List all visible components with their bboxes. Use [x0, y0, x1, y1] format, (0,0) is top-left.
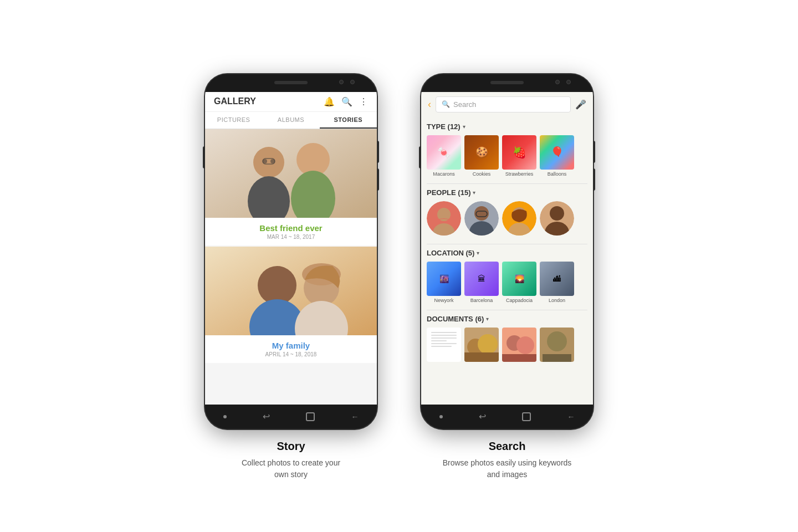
tab-albums[interactable]: ALBUMS: [262, 112, 319, 129]
person-1[interactable]: [427, 201, 461, 237]
person-3[interactable]: [502, 201, 536, 237]
loc-london[interactable]: 🏙 London: [540, 262, 574, 303]
more-icon[interactable]: ⋮: [359, 96, 368, 107]
thumb-strawberries[interactable]: 🍓 Strawberries: [502, 135, 536, 177]
people-section: PEOPLE (15) ▾: [427, 188, 587, 237]
search-glass-icon: 🔍: [442, 100, 450, 108]
svg-point-38: [547, 331, 567, 351]
right-nav-recents[interactable]: ↩: [479, 411, 486, 422]
doc-1[interactable]: [427, 328, 461, 364]
right-phone-wrapper: ‹ 🔍 Search 🎤 TYPE (12): [421, 74, 593, 429]
right-nav-dot: [439, 415, 443, 418]
story-card-2: My family APRIL 14 ~ 18, 2018: [205, 247, 377, 363]
gallery-icons: 🔔 🔍 ⋮: [324, 96, 368, 107]
mic-icon[interactable]: 🎤: [575, 99, 586, 110]
left-caption: Story Collect photos to create your own …: [224, 440, 357, 480]
right-phone-nav: ↩ ←: [421, 405, 593, 429]
phone-camera-right: [350, 80, 355, 84]
type-section-header: TYPE (12) ▾: [427, 122, 587, 131]
svg-point-2: [253, 147, 284, 178]
balloons-label: Balloons: [548, 171, 567, 177]
people-section-header: PEOPLE (15) ▾: [427, 188, 587, 197]
search-placeholder-text: Search: [453, 100, 565, 109]
people-thumb-grid: [427, 201, 587, 237]
nav-back-icon[interactable]: ←: [351, 412, 359, 421]
person-4[interactable]: [540, 201, 574, 237]
search-header: ‹ 🔍 Search 🎤: [421, 92, 593, 117]
right-vol-up-button: [593, 141, 595, 163]
nav-dot: [223, 415, 227, 418]
thumb-macarons[interactable]: 🍬 Macarons: [427, 135, 461, 177]
people-chevron-icon: ▾: [473, 190, 475, 196]
phone-camera-left: [339, 80, 344, 84]
right-nav-home[interactable]: [522, 412, 531, 421]
thumb-cookies[interactable]: 🍪 Cookies: [464, 135, 499, 177]
search-input-bar[interactable]: 🔍 Search: [436, 96, 571, 112]
search-screen: ‹ 🔍 Search 🎤 TYPE (12): [421, 92, 593, 405]
story-name-1: Best friend ever: [211, 223, 371, 233]
left-phone-section: GALLERY 🔔 🔍 ⋮ PICTURES ALBUMS: [205, 74, 377, 480]
right-phone-speaker: [490, 81, 524, 84]
macarons-label: Macarons: [433, 171, 455, 177]
svg-rect-36: [502, 354, 536, 362]
loc-newyork[interactable]: 🌆 Newyork: [427, 262, 461, 303]
gallery-screen: GALLERY 🔔 🔍 ⋮ PICTURES ALBUMS: [205, 92, 377, 405]
phone-speaker: [274, 81, 308, 84]
doc-3[interactable]: [502, 328, 536, 364]
tab-pictures[interactable]: PICTURES: [205, 112, 262, 129]
search-back-button[interactable]: ‹: [428, 99, 431, 110]
page-container: GALLERY 🔔 🔍 ⋮ PICTURES ALBUMS: [205, 74, 593, 480]
story-name-2: My family: [211, 341, 371, 350]
svg-point-20: [474, 206, 489, 221]
type-section: TYPE (12) ▾ 🍬 Macarons 🍪 Cook: [427, 122, 587, 177]
type-chevron-icon: ▾: [463, 124, 466, 130]
doc-4[interactable]: [540, 328, 574, 364]
documents-chevron-icon: ▾: [486, 316, 489, 322]
gallery-tabs: PICTURES ALBUMS STORIES: [205, 112, 377, 129]
person-2[interactable]: [464, 201, 499, 237]
right-phone-section: ‹ 🔍 Search 🎤 TYPE (12): [421, 74, 593, 480]
vol-down-button: [377, 168, 379, 191]
right-phone-cam-left: [555, 80, 560, 84]
left-phone: GALLERY 🔔 🔍 ⋮ PICTURES ALBUMS: [205, 74, 377, 429]
type-section-title: TYPE (12): [427, 122, 461, 131]
divider-2: [427, 244, 587, 244]
cappadocia-label: Cappadocia: [506, 298, 533, 303]
search-icon[interactable]: 🔍: [341, 96, 352, 107]
left-caption-desc: Collect photos to create your own story: [236, 457, 346, 480]
location-section-title: LOCATION (5): [427, 249, 474, 257]
svg-rect-1: [205, 129, 377, 218]
notification-icon[interactable]: 🔔: [324, 96, 335, 107]
nav-recents-icon[interactable]: ↩: [263, 411, 270, 422]
right-caption-title: Search: [441, 440, 574, 453]
divider-3: [427, 310, 587, 310]
right-phone: ‹ 🔍 Search 🎤 TYPE (12): [421, 74, 593, 429]
loc-cappadocia[interactable]: 🌄 Cappadocia: [502, 262, 536, 303]
loc-barcelona[interactable]: 🏛 Barcelona: [464, 262, 499, 303]
barcelona-label: Barcelona: [470, 298, 493, 303]
svg-point-31: [478, 334, 498, 354]
gallery-header: GALLERY 🔔 🔍 ⋮: [205, 92, 377, 112]
story-image-2: [205, 247, 377, 335]
search-content[interactable]: TYPE (12) ▾ 🍬 Macarons 🍪 Cook: [421, 117, 593, 405]
story-date-1: MAR 14 ~ 18, 2017: [211, 234, 371, 240]
tab-stories[interactable]: STORIES: [320, 112, 377, 129]
thumb-balloons[interactable]: 🎈 Balloons: [540, 135, 574, 177]
nav-home-icon[interactable]: [306, 412, 315, 421]
left-phone-nav: ↩ ←: [205, 405, 377, 429]
gallery-title: GALLERY: [214, 96, 256, 106]
right-caption: Search Browse photos easily using keywor…: [429, 440, 585, 480]
right-phone-cam-right: [566, 80, 571, 84]
documents-section-title: DOCUMENTS (6): [427, 315, 484, 323]
newyork-label: Newyork: [434, 298, 453, 303]
left-caption-title: Story: [236, 440, 346, 453]
doc-2[interactable]: [464, 328, 499, 364]
right-phone-topbar: [421, 74, 593, 92]
svg-rect-39: [543, 354, 571, 362]
london-label: London: [549, 298, 565, 303]
screen-scroll[interactable]: Best friend ever MAR 14 ~ 18, 2017: [205, 129, 377, 405]
right-nav-back[interactable]: ←: [567, 412, 575, 421]
power-button: [203, 146, 205, 168]
documents-thumb-grid: [427, 328, 587, 364]
right-power-button: [419, 146, 421, 168]
